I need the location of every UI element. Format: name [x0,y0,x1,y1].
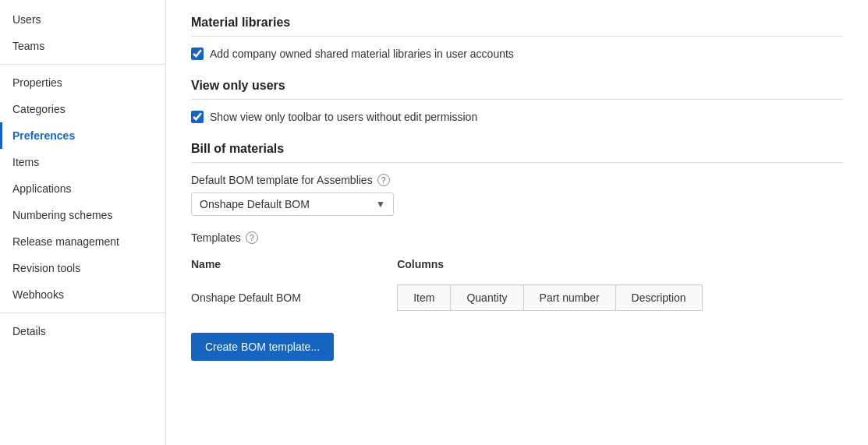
bill-of-materials-title: Bill of materials [191,142,843,163]
sidebar-divider-1 [0,64,165,65]
dropdown-arrow-icon: ▼ [376,199,385,210]
main-content: Material libraries Add company owned sha… [166,0,868,445]
column-tag: Item [397,284,451,311]
sidebar-item-applications[interactable]: Applications [0,175,165,202]
bill-of-materials-section: Bill of materials Default BOM template f… [191,142,843,361]
bom-dropdown[interactable]: Onshape Default BOM ▼ [191,192,394,216]
view-only-users-checkbox[interactable] [191,111,204,123]
material-libraries-title: Material libraries [191,16,843,37]
sidebar-item-revision-tools[interactable]: Revision tools [0,255,165,281]
sidebar-item-properties[interactable]: Properties [0,69,165,96]
templates-label-text: Templates [191,231,241,244]
template-name: Onshape Default BOM [191,278,397,317]
view-only-users-section: View only users Show view only toolbar t… [191,79,843,123]
sidebar-item-preferences[interactable]: Preferences [0,122,165,149]
table-row: Onshape Default BOMItemQuantityPart numb… [191,278,843,317]
material-libraries-section: Material libraries Add company owned sha… [191,16,843,60]
sidebar-item-users[interactable]: Users [0,6,165,33]
view-only-users-title: View only users [191,79,843,100]
view-only-users-label: Show view only toolbar to users without … [210,111,477,123]
templates-label-container: Templates ? [191,231,843,244]
create-bom-template-button[interactable]: Create BOM template... [191,333,334,361]
default-bom-help-icon[interactable]: ? [377,174,390,186]
column-tag: Part number [523,284,616,311]
column-tag: Quantity [450,284,523,311]
material-libraries-checkbox[interactable] [191,48,204,60]
sidebar-item-teams[interactable]: Teams [0,33,165,59]
templates-table: Name Columns Onshape Default BOMItemQuan… [191,253,843,317]
sidebar-item-categories[interactable]: Categories [0,96,165,122]
sidebar-item-webhooks[interactable]: Webhooks [0,281,165,308]
sidebar-item-items[interactable]: Items [0,149,165,175]
default-bom-label-text: Default BOM template for Assemblies [191,174,373,186]
sidebar-item-release-management[interactable]: Release management [0,228,165,255]
templates-help-icon[interactable]: ? [246,231,258,244]
sidebar-divider-2 [0,313,165,313]
default-bom-label-container: Default BOM template for Assemblies ? [191,174,843,186]
col-header-columns: Columns [397,253,843,278]
column-tag: Description [615,284,703,311]
view-only-users-checkbox-row: Show view only toolbar to users without … [191,111,843,123]
sidebar-item-details[interactable]: Details [0,318,165,344]
sidebar-item-numbering-schemes[interactable]: Numbering schemes [0,202,165,228]
material-libraries-checkbox-row: Add company owned shared material librar… [191,48,843,60]
bom-dropdown-value: Onshape Default BOM [200,198,310,210]
template-columns: ItemQuantityPart numberDescription [397,278,843,317]
col-header-name: Name [191,253,397,278]
material-libraries-label: Add company owned shared material librar… [210,48,514,60]
sidebar: Users Teams Properties Categories Prefer… [0,0,166,445]
